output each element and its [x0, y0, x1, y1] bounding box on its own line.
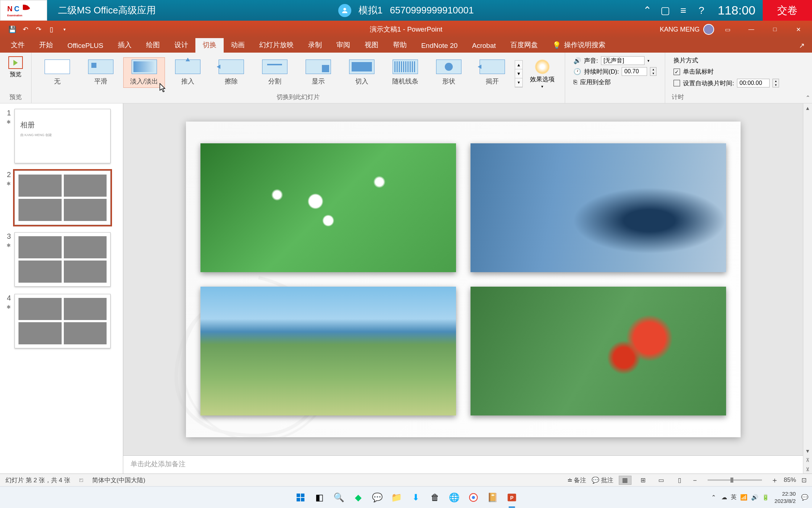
search-icon[interactable]: 🔍: [331, 489, 347, 505]
redo-icon[interactable]: ↷: [33, 24, 44, 34]
slide-thumbnail-3[interactable]: [14, 232, 111, 287]
zoom-percentage[interactable]: 85%: [784, 476, 796, 484]
slideshow-view-icon[interactable]: ▯: [673, 476, 686, 485]
zoom-out-button[interactable]: －: [691, 475, 699, 485]
language-indicator[interactable]: 简体中文(中国大陆): [92, 476, 145, 484]
ime-indicator[interactable]: 英: [731, 493, 737, 501]
window-icon[interactable]: ▢: [656, 0, 674, 21]
transition-fade[interactable]: 淡入/淡出: [123, 57, 165, 88]
tab-file[interactable]: 文件: [4, 37, 32, 53]
onedrive-icon[interactable]: ☁: [721, 494, 727, 501]
sound-dropdown-icon[interactable]: ▾: [647, 58, 650, 63]
transition-wipe[interactable]: 擦除: [210, 57, 252, 88]
save-icon[interactable]: 💾: [7, 24, 17, 34]
tab-animations[interactable]: 动画: [224, 37, 252, 53]
next-slide-icon[interactable]: ⊻: [803, 464, 812, 474]
comments-button[interactable]: 💬 批注: [592, 476, 613, 484]
list-icon[interactable]: ≡: [674, 0, 692, 21]
on-click-checkbox[interactable]: ✓: [674, 69, 680, 75]
tab-officeplus[interactable]: OfficePLUS: [60, 39, 111, 53]
spellcheck-icon[interactable]: ⏍: [79, 476, 83, 484]
notifications-icon[interactable]: 💬: [801, 494, 808, 501]
preview-button[interactable]: 预览: [3, 54, 28, 80]
tab-help[interactable]: 帮助: [386, 37, 414, 53]
notes-pane[interactable]: 单击此处添加备注: [123, 455, 803, 474]
tab-home[interactable]: 开始: [32, 37, 60, 53]
tab-design[interactable]: 设计: [167, 37, 195, 53]
tab-review[interactable]: 审阅: [329, 37, 357, 53]
wifi-icon[interactable]: 📶: [740, 494, 747, 501]
powerpoint-taskbar-icon[interactable]: P: [504, 489, 520, 505]
share-button[interactable]: ↗: [792, 38, 812, 53]
slide-thumbnail-1[interactable]: 相册 由 KANG MENG 创建: [14, 109, 111, 163]
gallery-scroll[interactable]: ▲▼▾: [515, 60, 523, 87]
submit-exam-button[interactable]: 交卷: [763, 0, 812, 21]
vertical-scrollbar[interactable]: ▲ ▼ ⊼ ⊻: [803, 103, 812, 474]
normal-view-icon[interactable]: ▦: [619, 476, 631, 485]
zoom-slider[interactable]: [708, 479, 762, 481]
app-icon[interactable]: ◆: [350, 489, 366, 505]
tab-record[interactable]: 录制: [301, 37, 329, 53]
file-explorer-icon[interactable]: 📁: [388, 489, 405, 505]
slide-thumbnail-2[interactable]: [14, 171, 111, 225]
edge-icon[interactable]: 🌐: [446, 489, 462, 505]
tab-acrobat[interactable]: Acrobat: [465, 39, 503, 53]
auto-advance-time-input[interactable]: [737, 79, 770, 87]
maximize-icon[interactable]: □: [765, 21, 785, 38]
undo-icon[interactable]: ↶: [20, 24, 30, 34]
recycle-bin-icon[interactable]: 🗑: [427, 489, 443, 505]
collapse-icon[interactable]: ⌃: [638, 0, 656, 21]
tab-draw[interactable]: 绘图: [139, 37, 167, 53]
collapse-ribbon-icon[interactable]: ⌃: [805, 94, 810, 101]
slide-stage[interactable]: [123, 103, 803, 455]
notes-button[interactable]: ≐ 备注: [567, 476, 587, 484]
transition-split[interactable]: 分割: [254, 57, 295, 88]
transition-push[interactable]: 推入: [167, 57, 208, 88]
transition-morph[interactable]: 平滑: [80, 57, 121, 88]
tell-me-search[interactable]: 💡 操作说明搜索: [545, 37, 613, 53]
system-clock[interactable]: 22:30 2023/8/2: [775, 490, 796, 504]
thunder-icon[interactable]: ⬇: [407, 489, 424, 505]
tab-endnote[interactable]: EndNote 20: [414, 39, 465, 53]
photo-red-flowers[interactable]: [471, 287, 726, 415]
minimize-icon[interactable]: —: [741, 21, 761, 38]
auto-time-spinner[interactable]: ▴▾: [772, 79, 779, 87]
user-avatar[interactable]: [703, 24, 714, 35]
duration-input[interactable]: [622, 67, 647, 76]
zoom-in-button[interactable]: ＋: [771, 475, 778, 485]
transition-none[interactable]: 无: [36, 57, 78, 88]
apply-to-all-button[interactable]: ⎘ 应用到全部: [573, 78, 656, 86]
current-slide[interactable]: [186, 122, 741, 437]
task-view-icon[interactable]: ◧: [311, 489, 328, 505]
tab-insert[interactable]: 插入: [111, 37, 139, 53]
tab-slideshow[interactable]: 幻灯片放映: [252, 37, 301, 53]
wechat-icon[interactable]: 💬: [369, 489, 385, 505]
ribbon-display-icon[interactable]: ▭: [718, 21, 738, 38]
sound-dropdown[interactable]: [601, 56, 645, 65]
help-icon[interactable]: ?: [692, 0, 710, 21]
slide-sorter-view-icon[interactable]: ⊞: [637, 476, 650, 485]
fit-to-window-icon[interactable]: ⊡: [801, 476, 807, 484]
qat-dropdown-icon[interactable]: ▾: [59, 24, 70, 34]
slide-thumbnail-4[interactable]: [14, 294, 111, 348]
volume-icon[interactable]: 🔊: [751, 494, 758, 501]
photo-water-drops-leaf[interactable]: [200, 143, 456, 272]
tab-view[interactable]: 视图: [357, 37, 386, 53]
close-icon[interactable]: ✕: [788, 21, 808, 38]
tab-transitions[interactable]: 切换: [195, 37, 224, 53]
transition-cut[interactable]: 切入: [341, 57, 382, 88]
photo-surfer-wave[interactable]: [471, 143, 726, 272]
duration-spinner[interactable]: ▴▾: [650, 67, 656, 76]
transition-uncover[interactable]: 揭开: [471, 57, 513, 88]
scroll-down-icon[interactable]: ▼: [803, 446, 812, 455]
transition-random-bars[interactable]: 随机线条: [384, 57, 426, 88]
transition-shape[interactable]: 形状: [428, 57, 469, 88]
start-from-beginning-icon[interactable]: ▯: [46, 24, 57, 34]
app2-icon[interactable]: 📔: [484, 489, 501, 505]
scroll-up-icon[interactable]: ▲: [803, 103, 812, 112]
battery-icon[interactable]: 🔋: [762, 494, 769, 501]
prev-slide-icon[interactable]: ⊼: [803, 455, 812, 464]
chrome-icon[interactable]: [465, 489, 481, 505]
start-menu-icon[interactable]: [292, 489, 308, 505]
auto-advance-checkbox[interactable]: [674, 80, 680, 86]
